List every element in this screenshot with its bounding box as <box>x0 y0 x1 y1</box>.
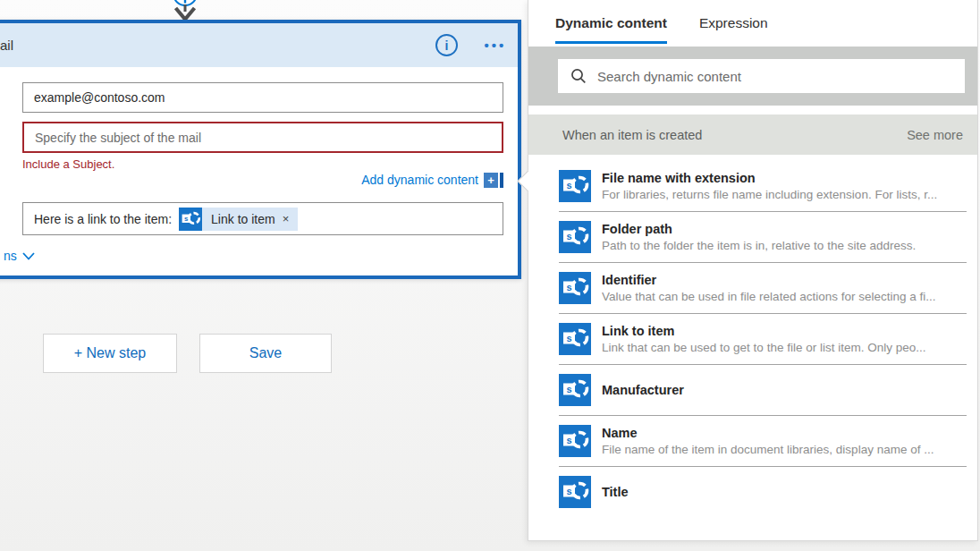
dynamic-content-list: File name with extension For libraries, … <box>528 155 977 517</box>
item-description: File name of the item in document librar… <box>602 443 934 456</box>
save-button[interactable]: Save <box>199 334 332 373</box>
remove-token-icon[interactable]: × <box>283 212 290 225</box>
item-title: Title <box>602 485 629 499</box>
list-item-folder-path[interactable]: Folder path Path to the folder the item … <box>559 211 967 262</box>
search-box[interactable] <box>558 59 965 93</box>
item-title: Folder path <box>602 222 916 236</box>
search-strip <box>528 47 977 106</box>
chevron-down-icon <box>22 252 35 260</box>
advanced-options-label[interactable]: ns <box>4 249 17 263</box>
tab-dynamic-content[interactable]: Dynamic content <box>555 0 667 47</box>
link-to-item-token[interactable]: Link to item × <box>179 208 298 231</box>
token-label: Link to item <box>211 212 275 226</box>
item-description: Path to the folder the item is in, relat… <box>602 239 916 252</box>
info-icon[interactable]: i <box>435 34 458 56</box>
sharepoint-icon <box>559 170 591 202</box>
see-more-link[interactable]: See more <box>907 128 963 142</box>
sharepoint-icon <box>559 221 591 253</box>
item-description: Link that can be used to get to the file… <box>602 341 925 354</box>
item-title: Manufacturer <box>602 383 684 397</box>
sharepoint-icon <box>559 323 591 355</box>
add-dynamic-content-label[interactable]: Add dynamic content <box>361 173 478 187</box>
section-title: When an item is created <box>562 128 907 142</box>
list-item-name[interactable]: Name File name of the item in document l… <box>559 415 967 466</box>
dynamic-content-panel: Dynamic content Expression When an item … <box>528 0 978 541</box>
sharepoint-icon <box>559 374 591 406</box>
send-email-card[interactable]: ail i ••• Include a Subject. Add dynamic… <box>0 20 521 279</box>
ellipsis-menu-icon[interactable]: ••• <box>479 32 511 57</box>
item-title: Identifier <box>602 273 935 287</box>
item-title: Link to item <box>602 324 925 338</box>
list-item-file-name-with-extension[interactable]: File name with extension For libraries, … <box>559 161 967 211</box>
list-item-identifier[interactable]: Identifier Value that can be used in fil… <box>559 262 967 313</box>
list-item-link-to-item[interactable]: Link to item Link that can be used to ge… <box>559 313 967 364</box>
tab-label: Expression <box>699 15 768 31</box>
card-header[interactable]: ail i ••• <box>0 23 518 67</box>
body-text: Here is a link to the item: <box>34 212 172 226</box>
sharepoint-icon <box>559 272 591 304</box>
tab-label: Dynamic content <box>555 15 667 31</box>
list-item-manufacturer[interactable]: Manufacturer <box>559 364 967 415</box>
item-description: For libraries, returns file name includi… <box>602 188 937 201</box>
add-dynamic-content-icon[interactable]: + <box>484 173 503 188</box>
subject-field[interactable] <box>22 122 503 153</box>
subject-error-message: Include a Subject. <box>22 157 114 171</box>
item-title: File name with extension <box>602 171 937 185</box>
search-icon <box>570 68 587 84</box>
sharepoint-icon <box>559 425 591 457</box>
item-title: Name <box>602 426 934 440</box>
sharepoint-icon <box>179 208 202 231</box>
tab-expression[interactable]: Expression <box>699 0 768 47</box>
to-field[interactable] <box>22 82 503 113</box>
list-item-title[interactable]: Title <box>559 466 967 517</box>
search-input[interactable] <box>597 69 965 84</box>
body-field[interactable]: Here is a link to the item: Link to item… <box>22 202 503 235</box>
new-step-button[interactable]: + New step <box>43 334 177 373</box>
add-dynamic-content-button[interactable]: Add dynamic content + <box>22 171 503 189</box>
plus-icon: + <box>484 173 498 188</box>
item-description: Value that can be used in file related a… <box>602 290 935 303</box>
advanced-options-toggle[interactable]: ns <box>4 249 35 263</box>
flyout-bar-icon <box>500 173 503 188</box>
panel-tabs: Dynamic content Expression <box>528 0 977 47</box>
section-header: When an item is created See more <box>528 114 977 155</box>
sharepoint-icon <box>559 476 591 508</box>
card-title: ail <box>0 38 13 53</box>
